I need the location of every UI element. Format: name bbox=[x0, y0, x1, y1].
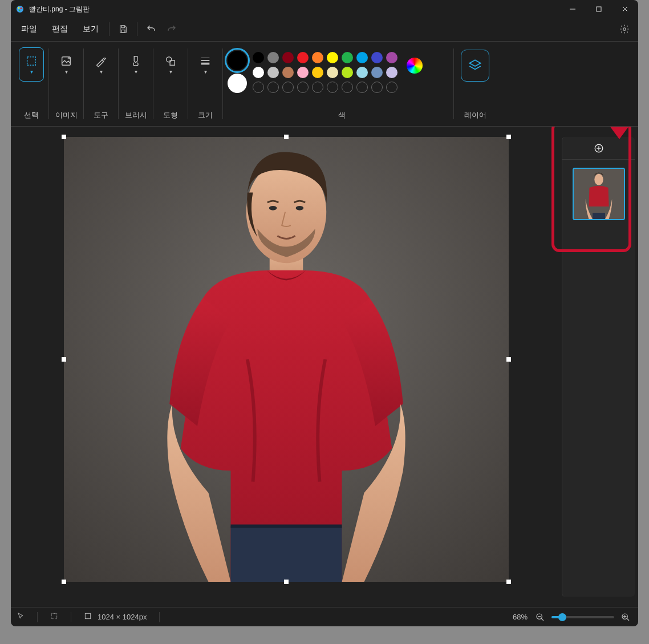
menu-edit[interactable]: 편집 bbox=[45, 21, 75, 38]
canvas[interactable] bbox=[64, 137, 509, 582]
color-swatch[interactable] bbox=[342, 67, 353, 78]
zoom-slider-thumb[interactable] bbox=[558, 613, 566, 621]
ribbon-label-tool: 도구 bbox=[85, 110, 117, 120]
zoom-in-button[interactable] bbox=[619, 610, 632, 624]
color-picker-button[interactable] bbox=[407, 58, 423, 74]
svg-point-0 bbox=[17, 6, 23, 13]
tools-tool[interactable]: ▾ bbox=[88, 47, 113, 82]
ribbon-label-select: 선택 bbox=[15, 110, 47, 120]
chevron-down-icon: ▾ bbox=[30, 68, 33, 75]
color-swatch-empty[interactable] bbox=[282, 82, 294, 93]
shapes-tool[interactable]: ▾ bbox=[158, 47, 183, 82]
menu-file[interactable]: 파일 bbox=[14, 21, 44, 38]
brush-tool[interactable]: ▾ bbox=[123, 47, 148, 82]
settings-button[interactable] bbox=[614, 20, 635, 38]
menubar: 파일 편집 보기 bbox=[11, 18, 638, 41]
size-tool[interactable]: ▾ bbox=[193, 47, 218, 82]
window-controls bbox=[559, 0, 638, 18]
window-title: 빨간티.png - 그림판 bbox=[29, 5, 90, 14]
svg-point-28 bbox=[594, 174, 603, 185]
color-swatch[interactable] bbox=[312, 67, 323, 78]
chevron-down-icon: ▾ bbox=[135, 68, 137, 75]
workspace bbox=[11, 127, 638, 607]
color-swatch-empty[interactable] bbox=[297, 82, 309, 93]
zoom-slider[interactable] bbox=[551, 616, 614, 618]
app-icon bbox=[15, 5, 25, 14]
color-swatch[interactable] bbox=[342, 52, 353, 63]
color-palette bbox=[253, 47, 397, 93]
ribbon-label-brush: 브러시 bbox=[120, 110, 152, 120]
canvas-viewport[interactable] bbox=[11, 127, 562, 607]
redo-button[interactable] bbox=[161, 20, 182, 38]
svg-line-35 bbox=[541, 618, 543, 621]
image-tool[interactable]: ▾ bbox=[54, 47, 79, 82]
color-swatch[interactable] bbox=[253, 52, 264, 63]
menu-view[interactable]: 보기 bbox=[76, 21, 106, 38]
svg-point-13 bbox=[167, 56, 172, 62]
resize-handle[interactable] bbox=[62, 357, 66, 362]
resize-handle[interactable] bbox=[506, 580, 511, 584]
color-swatch[interactable] bbox=[356, 67, 368, 78]
chevron-down-icon: ▾ bbox=[100, 68, 103, 75]
resize-handle[interactable] bbox=[506, 357, 511, 362]
maximize-button[interactable] bbox=[586, 0, 612, 18]
selection-icon bbox=[50, 612, 58, 622]
svg-line-38 bbox=[627, 618, 629, 621]
canvas-size-value: 1024 × 1024px bbox=[98, 613, 147, 621]
zoom-value: 68% bbox=[513, 613, 528, 621]
select-tool[interactable]: ▾ bbox=[19, 47, 44, 82]
color-swatch-empty[interactable] bbox=[312, 82, 323, 93]
color-swatch[interactable] bbox=[297, 67, 309, 78]
color-swatch[interactable] bbox=[327, 52, 338, 63]
color-swatch-empty[interactable] bbox=[386, 82, 397, 93]
color-swatch[interactable] bbox=[267, 67, 279, 78]
color-swatch-empty[interactable] bbox=[267, 82, 279, 93]
layer-thumbnail[interactable] bbox=[573, 168, 625, 220]
ribbon-label-shape: 도형 bbox=[155, 110, 186, 120]
color-swatch[interactable] bbox=[282, 52, 294, 63]
color-swatch[interactable] bbox=[327, 67, 338, 78]
color-swatch-empty[interactable] bbox=[356, 82, 368, 93]
svg-point-10 bbox=[623, 28, 626, 31]
ribbon-label-color: 색 bbox=[228, 110, 456, 120]
minimize-button[interactable] bbox=[559, 0, 586, 18]
svg-point-3 bbox=[19, 10, 21, 11]
resize-handle[interactable] bbox=[284, 580, 289, 584]
resize-handle[interactable] bbox=[62, 580, 66, 584]
cursor-icon bbox=[17, 612, 25, 622]
svg-point-1 bbox=[18, 7, 20, 9]
color-swatch-empty[interactable] bbox=[371, 82, 383, 93]
color-swatch[interactable] bbox=[297, 52, 309, 63]
color-secondary[interactable] bbox=[228, 74, 247, 93]
color-swatch[interactable] bbox=[356, 52, 368, 63]
resize-handle[interactable] bbox=[284, 135, 289, 139]
color-swatch[interactable] bbox=[371, 67, 383, 78]
color-swatch[interactable] bbox=[371, 52, 383, 63]
color-swatch-empty[interactable] bbox=[327, 82, 338, 93]
color-swatch[interactable] bbox=[267, 52, 279, 63]
resize-handle[interactable] bbox=[62, 135, 66, 139]
resize-handle[interactable] bbox=[506, 135, 511, 139]
titlebar: 빨간티.png - 그림판 bbox=[11, 0, 638, 18]
svg-rect-11 bbox=[27, 56, 36, 65]
svg-rect-5 bbox=[597, 7, 601, 11]
color-swatch-empty[interactable] bbox=[342, 82, 353, 93]
color-primary[interactable] bbox=[228, 51, 247, 70]
color-swatch-empty[interactable] bbox=[253, 82, 264, 93]
layers-button[interactable] bbox=[461, 50, 489, 82]
canvas-size-icon bbox=[84, 612, 92, 622]
undo-button[interactable] bbox=[141, 20, 161, 38]
color-swatch[interactable] bbox=[386, 67, 397, 78]
color-swatch[interactable] bbox=[386, 52, 397, 63]
color-swatch[interactable] bbox=[253, 67, 264, 78]
svg-rect-33 bbox=[85, 613, 90, 618]
ribbon-label-image: 이미지 bbox=[50, 110, 82, 120]
svg-rect-9 bbox=[121, 30, 125, 33]
zoom-out-button[interactable] bbox=[533, 610, 547, 624]
close-button[interactable] bbox=[612, 0, 638, 18]
svg-rect-29 bbox=[593, 213, 605, 219]
color-swatch[interactable] bbox=[282, 67, 294, 78]
add-layer-button[interactable] bbox=[562, 137, 635, 160]
color-swatch[interactable] bbox=[312, 52, 323, 63]
save-button[interactable] bbox=[113, 20, 133, 38]
